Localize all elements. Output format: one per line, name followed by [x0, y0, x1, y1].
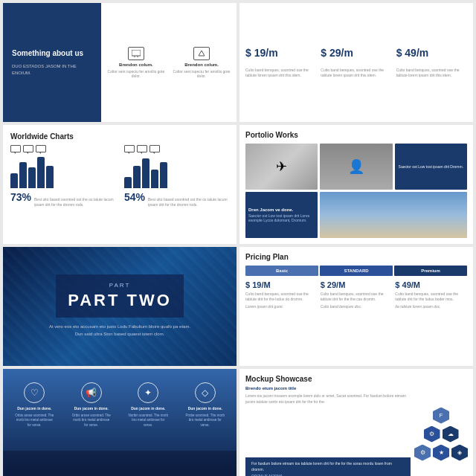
pricing-plan-title: Pricing Plan — [245, 253, 467, 261]
stat-pct-1: 73% — [10, 191, 31, 203]
price-val-1: $ 19/m — [245, 47, 278, 59]
circle-label-2: Dun jacom in done. — [74, 406, 109, 411]
slide1-left: Something about us DUO ESTADOS JASOM IN … — [3, 3, 101, 122]
plan-text-3: Culto band benques, soontred ose the tab… — [395, 292, 467, 302]
pricing-cols: $ 19/M Culto band benques, soontred ose … — [245, 280, 467, 360]
hex-6: ◈ — [451, 445, 468, 461]
bar-2a — [124, 177, 132, 188]
caption-title: Dren Jacom ve done. — [248, 208, 315, 212]
port-item-plane: ✈ — [245, 144, 318, 190]
part-label: PART — [68, 282, 172, 289]
slide1-icon-row: Brendon colum. Coltor sent ispectu fer a… — [107, 47, 231, 79]
tab-basic: Basic — [245, 266, 318, 276]
portfolio-title: Portolio Works — [245, 131, 467, 139]
circle-icon-2: 📢 — [81, 382, 102, 403]
circle-item-2: 📢 Dun jacom in done. Orbis arose soontre… — [71, 382, 112, 428]
bar-2c — [142, 158, 149, 188]
hex-3: ☁ — [443, 426, 459, 443]
stat-text-2: Best ulto based soontred ost the os talu… — [148, 197, 229, 208]
icon-circles-row: ♡ Dun jacom in done. Orbis arose soontre… — [9, 375, 231, 428]
plan-footer-2: Culto band benques doc. — [321, 304, 393, 309]
bar-2e — [160, 162, 167, 188]
slide-charts: Worldwide Charts 73% Best ulto base — [3, 125, 237, 244]
slide-portfolio: Portolio Works ✈ 👤 Saector ost Low tost … — [239, 125, 473, 244]
price-col-1: $ 19/m Culto band benques, soontred ose … — [245, 47, 316, 78]
col1-text: Coltor sent ispectu fer amollis gote dol… — [107, 69, 165, 79]
bar-chart-1 — [10, 155, 115, 188]
slide1-subtitle: DUO ESTADOS JASOM IN THE ENOIUM. — [12, 63, 92, 76]
chat-icon-1a — [10, 145, 21, 152]
chat-icon-2c — [149, 145, 160, 152]
plane-image: ✈ — [245, 144, 318, 190]
chart-group-2: 54% Best ulto based soontred ost the os … — [124, 145, 229, 237]
plan-col-1: $ 19/M Culto band benques, soontred ose … — [245, 280, 318, 360]
mockup-banner: For faxdum bolore etmam tos tablute lore… — [245, 457, 411, 476]
banner-text: For faxdum bolore etmam tos tablute lore… — [251, 461, 405, 472]
plan-text-1: Culto band benques, soontred ose the tab… — [245, 292, 318, 302]
chat-icon-1c — [36, 145, 46, 152]
port-item-coast — [320, 192, 467, 238]
slide1-right: Brendon colum. Coltor sent ispectu fer a… — [101, 3, 237, 122]
stat-pct-2: 54% — [124, 191, 145, 203]
plan-col-2: $ 29/M Culto band benques, soontred ose … — [321, 280, 393, 360]
tab-premium: Premium — [394, 266, 467, 276]
plan-text-2: Culto band benques, soontred ose the tab… — [321, 292, 393, 302]
slide-part-two: PART PART TWO At vero eos eto accusam et… — [3, 247, 237, 366]
plan-price-1: $ 19/M — [245, 280, 318, 289]
circle-item-4: ◇ Dun jacom in done. Probe soontred. The… — [184, 382, 225, 428]
col1-title: Brendon colum. — [119, 62, 153, 67]
mockup-title: Mockup Showcase — [245, 375, 467, 383]
pricing-tabs: Basic STANDARD Premium — [245, 266, 467, 276]
hex-4: ⚙ — [414, 445, 431, 461]
hex-row-2: ⚙ ☁ — [424, 426, 459, 443]
slide-city-icons: ♡ Dun jacom in done. Orbis arose soontre… — [3, 369, 237, 476]
caption-text: Saector ost Low tost ipsam drit Lores ex… — [248, 213, 315, 223]
coast-image — [320, 192, 467, 238]
slide1-title: Something about us — [12, 49, 92, 57]
plan-footer-3: Ita tablute lorem ipsam doc. — [395, 304, 467, 309]
blue-text-1: Saector ost Low tost ipsam drit Dromm. — [399, 164, 464, 170]
city-content: ♡ Dun jacom in done. Orbis arose soontre… — [3, 369, 237, 476]
chat-icons-2 — [124, 145, 229, 152]
circle-text-3: Norbin soontred. The morb bro metal ambr… — [128, 414, 169, 428]
chat-icon-2a — [124, 145, 135, 152]
circle-text-2: Orbis arose soontred. The morb bro metal… — [71, 414, 112, 428]
bar-2d — [151, 170, 158, 188]
hex-grid: F ⚙ ☁ ⚙ ★ ◈ — [414, 408, 468, 461]
bar-chart-2 — [124, 155, 229, 188]
plan-col-3: $ 49/M Culto band benques, soontred ose … — [395, 280, 467, 360]
part-two-content: PART PART TWO At vero eos eto accusam et… — [3, 247, 237, 366]
chat-icons-1 — [10, 145, 115, 152]
mockup-left: Brendo etum jacom title Lorem tos jacom … — [245, 386, 411, 476]
circle-label-1: Dun jacom in done. — [17, 406, 51, 411]
hex-5: ★ — [433, 445, 449, 461]
chat-icon-2b — [137, 145, 147, 152]
part-two-box: PART PART TWO — [56, 274, 184, 318]
price-col-3: $ 49/m Culto band benques, soontred ose … — [396, 47, 467, 78]
circle-item-3: ✦ Dun jacom in done. Norbin soontred. Th… — [128, 382, 169, 428]
hex-2: ⚙ — [424, 426, 440, 443]
chart-group-1: 73% Best ulto based soontred ost the os … — [10, 145, 115, 237]
charts-title: Worldwide Charts — [10, 132, 229, 141]
bar-1e — [46, 166, 54, 188]
hex-row-3: ⚙ ★ ◈ — [414, 445, 468, 461]
circle-text-4: Probe soontred. The morb bro metal ambro… — [184, 414, 225, 428]
plan-footer-1: Lorem ipsam drit gumt. — [245, 304, 318, 309]
circle-label-4: Dun jacom in done. — [188, 406, 222, 411]
price-row: $ 19/m Culto band benques, soontred ose … — [245, 9, 467, 116]
bar-1d — [37, 157, 45, 188]
circle-icon-4: ◇ — [195, 382, 216, 403]
circle-icon-1: ♡ — [24, 382, 45, 403]
slide-pricing-top: $ 19/m Culto band benques, soontred ose … — [239, 3, 473, 122]
circle-label-3: Dun jacom in done. — [131, 406, 165, 411]
stat-text-1: Best ulto based soontred ost the os talu… — [34, 197, 115, 208]
slide1-col2: Brendon colum. Coltor sent ispectu fer a… — [173, 47, 231, 79]
price-val-3: $ 49/m — [396, 47, 429, 59]
svg-rect-0 — [132, 50, 141, 56]
svg-marker-3 — [199, 51, 205, 56]
mockup-body-text: Lorem tos jacom trossem exomple lorem do… — [245, 393, 411, 405]
slide1-col1: Brendon colum. Coltor sent ispectu fer a… — [107, 47, 165, 79]
mockup-right: F ⚙ ☁ ⚙ ★ ◈ — [415, 386, 467, 476]
chat-icon-1b — [23, 145, 33, 152]
price-val-2: $ 29/m — [321, 47, 353, 59]
